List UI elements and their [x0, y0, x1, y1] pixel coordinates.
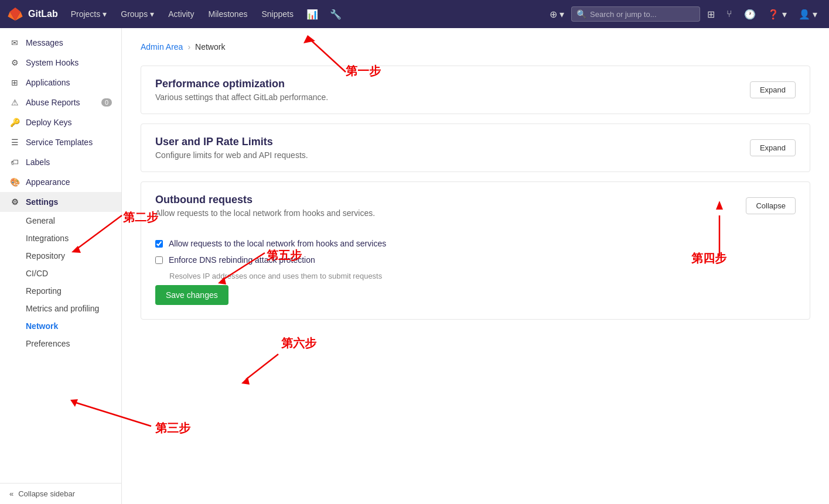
settings-sub-menu: General Integrations Repository CI/CD Re…	[0, 212, 121, 352]
sidebar-sub-cicd[interactable]: CI/CD	[26, 265, 121, 282]
plus-icon[interactable]: ⊕ ▾	[545, 5, 569, 23]
allow-local-requests-label[interactable]: Allow requests to the local network from…	[169, 239, 386, 248]
sidebar-item-labels-label: Labels	[26, 157, 50, 167]
chevron-down-icon: ▾	[103, 9, 107, 19]
sidebar-item-abuse-reports[interactable]: ⚠ Abuse Reports 0	[0, 92, 121, 112]
main-content: Admin Area › Network Performance optimiz…	[122, 28, 829, 504]
sidebar-section-main: ✉ Messages ⚙ System Hooks ⊞ Applications…	[0, 28, 121, 357]
chat-icon: ✉	[9, 37, 20, 48]
sidebar-sub-metrics[interactable]: Metrics and profiling	[26, 300, 121, 317]
nav-groups[interactable]: Groups ▾	[115, 6, 160, 22]
layout: ✉ Messages ⚙ System Hooks ⊞ Applications…	[0, 28, 829, 504]
section-rate-limits-info: User and IP Rate Limits Configure limits…	[155, 136, 308, 160]
sidebar-sub-preferences[interactable]: Preferences	[26, 335, 121, 352]
allow-local-requests-checkbox[interactable]	[155, 240, 163, 248]
sidebar-item-applications[interactable]: ⊞ Applications	[0, 73, 121, 92]
dns-rebinding-check-row: Enforce DNS rebinding attack protection	[155, 255, 796, 265]
dns-rebinding-sub: Resolves IP addresses once and uses them…	[169, 272, 796, 280]
breadcrumb-admin[interactable]: Admin Area	[141, 42, 183, 52]
section-outbound: Outbound requests Allow requests to the …	[141, 181, 810, 320]
sidebar-item-deploy-keys-label: Deploy Keys	[26, 118, 72, 127]
abuse-reports-badge: 0	[101, 98, 112, 107]
top-nav: GitLab Projects ▾ Groups ▾ Activity Mile…	[0, 0, 829, 28]
nav-milestones-label: Milestones	[209, 9, 248, 19]
hook-icon: ⚙	[9, 57, 20, 68]
sidebar-sub-general[interactable]: General	[26, 212, 121, 229]
wrench-icon[interactable]: 🔧	[325, 5, 346, 23]
performance-expand-button[interactable]: Expand	[750, 81, 796, 98]
sidebar-item-service-templates-label: Service Templates	[26, 138, 93, 147]
section-rate-limits-desc: Configure limits for web and API request…	[155, 150, 308, 160]
section-performance-info: Performance optimization Various setting…	[155, 78, 328, 102]
app-icon: ⊞	[9, 77, 20, 88]
collapse-icon: «	[9, 489, 13, 498]
outbound-collapse-button[interactable]: Collapse	[746, 197, 796, 214]
sidebar-sub-network[interactable]: Network	[26, 317, 121, 335]
appearance-icon: 🎨	[9, 177, 20, 187]
outbound-body: Allow requests to the local network from…	[141, 229, 810, 319]
collapse-sidebar-label: Collapse sidebar	[18, 489, 75, 498]
nav-snippets-label: Snippets	[261, 9, 293, 19]
logo[interactable]: GitLab	[7, 6, 58, 22]
clock-icon[interactable]: 🕐	[739, 5, 760, 23]
nav-projects-label: Projects	[71, 9, 101, 19]
sidebar-item-abuse-reports-label: Abuse Reports	[26, 98, 80, 107]
section-performance-title: Performance optimization	[155, 78, 328, 90]
nav-projects[interactable]: Projects ▾	[65, 6, 113, 22]
sidebar-item-messages[interactable]: ✉ Messages	[0, 33, 121, 53]
sidebar-sub-reporting[interactable]: Reporting	[26, 282, 121, 300]
report-icon: ⚠	[9, 97, 20, 108]
sidebar-item-applications-label: Applications	[26, 78, 70, 87]
sidebar-item-deploy-keys[interactable]: 🔑 Deploy Keys	[0, 112, 121, 132]
sidebar-item-settings[interactable]: ⚙ Settings	[0, 192, 121, 212]
section-performance: Performance optimization Various setting…	[141, 66, 810, 114]
collapse-sidebar-button[interactable]: « Collapse sidebar	[0, 483, 121, 504]
sidebar-item-system-hooks[interactable]: ⚙ System Hooks	[0, 53, 121, 73]
chevron-down-icon: ▾	[150, 9, 154, 19]
question-icon[interactable]: ❓ ▾	[763, 5, 791, 23]
section-outbound-desc: Allow requests to the local network from…	[155, 208, 375, 218]
sidebar-item-appearance-label: Appearance	[26, 177, 70, 187]
search-box[interactable]: 🔍	[571, 6, 700, 22]
breadcrumb: Admin Area › Network	[141, 42, 810, 52]
rate-limits-expand-button[interactable]: Expand	[750, 139, 796, 156]
merge-icon[interactable]: ⑂	[722, 5, 737, 23]
section-rate-limits-title: User and IP Rate Limits	[155, 136, 308, 148]
avatar-icon[interactable]: 👤 ▾	[794, 5, 822, 23]
dns-rebinding-checkbox[interactable]	[155, 256, 163, 264]
nav-milestones[interactable]: Milestones	[203, 6, 254, 22]
dns-rebinding-label[interactable]: Enforce DNS rebinding attack protection	[169, 255, 315, 265]
nav-activity[interactable]: Activity	[162, 6, 200, 22]
section-outbound-title: Outbound requests	[155, 194, 375, 206]
section-outbound-info: Outbound requests Allow requests to the …	[155, 194, 375, 218]
section-performance-header: Performance optimization Various setting…	[141, 66, 810, 114]
sidebar-item-messages-label: Messages	[26, 38, 63, 47]
nav-activity-label: Activity	[168, 9, 194, 19]
sidebar-item-system-hooks-label: System Hooks	[26, 58, 79, 67]
section-performance-desc: Various settings that affect GitLab perf…	[155, 92, 328, 102]
sidebar-item-service-templates[interactable]: ☰ Service Templates	[0, 132, 121, 152]
logo-text: GitLab	[28, 9, 58, 19]
chart-icon[interactable]: 📊	[302, 5, 323, 23]
breadcrumb-separator: ›	[187, 42, 190, 52]
display-icon[interactable]: ⊞	[702, 5, 719, 23]
sidebar-sub-integrations[interactable]: Integrations	[26, 229, 121, 247]
label-icon: 🏷	[9, 157, 20, 167]
search-icon: 🔍	[576, 9, 586, 19]
nav-groups-label: Groups	[121, 9, 148, 19]
sidebar-sub-repository[interactable]: Repository	[26, 247, 121, 265]
sidebar: ✉ Messages ⚙ System Hooks ⊞ Applications…	[0, 28, 122, 504]
section-rate-limits: User and IP Rate Limits Configure limits…	[141, 124, 810, 172]
sidebar-item-settings-label: Settings	[26, 197, 58, 207]
nav-snippets[interactable]: Snippets	[255, 6, 299, 22]
sidebar-item-appearance[interactable]: 🎨 Appearance	[0, 172, 121, 192]
service-icon: ☰	[9, 137, 20, 148]
settings-icon: ⚙	[9, 197, 20, 207]
save-changes-button[interactable]: Save changes	[155, 285, 228, 305]
dns-rebinding-row: Enforce DNS rebinding attack protection …	[155, 255, 796, 280]
search-input[interactable]	[590, 10, 695, 19]
sidebar-item-labels[interactable]: 🏷 Labels	[0, 152, 121, 172]
breadcrumb-current: Network	[195, 42, 225, 52]
key-icon: 🔑	[9, 117, 20, 128]
section-rate-limits-header: User and IP Rate Limits Configure limits…	[141, 124, 810, 172]
